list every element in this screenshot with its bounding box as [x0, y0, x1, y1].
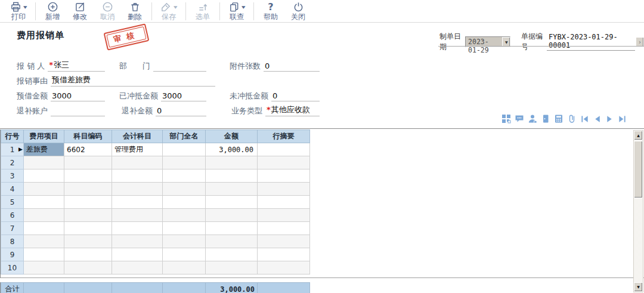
col-account-code[interactable]: 科目编码: [64, 130, 112, 143]
expense-item-cell[interactable]: 差旅费: [24, 143, 64, 156]
department-cell[interactable]: [163, 143, 206, 156]
row-number-cell[interactable]: 2: [1, 156, 24, 169]
line-memo-cell[interactable]: [258, 261, 310, 275]
row-number-cell[interactable]: 3: [1, 169, 24, 183]
account-name-cell[interactable]: [112, 209, 163, 222]
print-button[interactable]: ▼ 打印: [5, 1, 32, 21]
amount-cell[interactable]: [206, 156, 258, 169]
account-code-cell[interactable]: [64, 169, 112, 183]
scroll-up-icon[interactable]: ▲: [634, 131, 643, 140]
calculator-icon[interactable]: [554, 114, 564, 124]
account-code-cell[interactable]: [64, 183, 112, 196]
panel-icon[interactable]: [541, 114, 550, 124]
expense-item-cell[interactable]: [24, 183, 64, 196]
department-cell[interactable]: [163, 222, 206, 235]
chevron-down-icon[interactable]: ▼: [23, 5, 27, 10]
line-memo-cell[interactable]: [258, 156, 310, 169]
account-name-cell[interactable]: [112, 248, 163, 261]
delete-button[interactable]: 删除: [121, 1, 148, 21]
reimburser-input[interactable]: *张三: [48, 60, 105, 72]
account-code-cell[interactable]: [64, 222, 112, 235]
account-name-cell[interactable]: [112, 169, 163, 183]
amount-cell[interactable]: [206, 248, 258, 261]
row-number-cell[interactable]: 8: [1, 235, 24, 248]
account-name-cell[interactable]: 管理费用: [112, 143, 163, 156]
line-memo-cell[interactable]: [258, 183, 310, 196]
col-line-memo[interactable]: 行摘要: [258, 130, 310, 143]
department-input[interactable]: [153, 62, 206, 72]
new-button[interactable]: 新增: [39, 1, 66, 21]
row-number-cell[interactable]: 6: [1, 209, 24, 222]
expense-item-cell[interactable]: [24, 209, 64, 222]
refund-amount-input[interactable]: 0: [156, 106, 206, 116]
account-code-cell[interactable]: 6602: [64, 143, 112, 156]
row-number-cell[interactable]: 7: [1, 222, 24, 235]
department-cell[interactable]: [163, 261, 206, 275]
close-button[interactable]: 关闭: [284, 1, 312, 21]
account-name-cell[interactable]: [112, 222, 163, 235]
row-number-cell[interactable]: 5: [1, 196, 24, 209]
account-name-cell[interactable]: [112, 183, 163, 196]
col-expense-item[interactable]: 费用项目: [24, 130, 64, 143]
amount-cell[interactable]: [206, 196, 258, 209]
line-memo-cell[interactable]: [258, 248, 310, 261]
expense-item-cell[interactable]: [24, 222, 64, 235]
amount-cell[interactable]: [206, 261, 258, 275]
advance-amount-input[interactable]: 3000: [51, 91, 105, 101]
refund-account-input[interactable]: [51, 107, 105, 116]
col-department[interactable]: 部门全名: [163, 130, 206, 143]
expense-item-cell[interactable]: [24, 235, 64, 248]
card-view-icon[interactable]: [501, 114, 511, 124]
account-name-cell[interactable]: [112, 261, 163, 275]
amount-cell[interactable]: [206, 209, 258, 222]
account-name-cell[interactable]: [112, 196, 163, 209]
department-cell[interactable]: [163, 196, 206, 209]
attachment-icon[interactable]: [567, 114, 577, 124]
vertical-scrollbar[interactable]: ▲ ▼: [633, 130, 643, 292]
department-cell[interactable]: [163, 248, 206, 261]
col-row-no[interactable]: 行号: [1, 130, 24, 143]
expense-item-cell[interactable]: [24, 248, 64, 261]
account-code-cell[interactable]: [64, 196, 112, 209]
first-row-icon[interactable]: [580, 115, 589, 124]
date-dropdown-icon[interactable]: ▼: [502, 37, 510, 47]
docno-field[interactable]: FYBX-2023-01-29-00001: [547, 33, 635, 51]
docno-lookup-icon[interactable]: ›: [636, 37, 644, 47]
department-cell[interactable]: [163, 235, 206, 248]
row-number-cell[interactable]: 10: [1, 261, 24, 275]
amount-cell[interactable]: [206, 183, 258, 196]
amount-cell[interactable]: [206, 169, 258, 183]
expense-item-cell[interactable]: [24, 196, 64, 209]
last-row-icon[interactable]: [618, 115, 627, 124]
linked-query-button[interactable]: ▼ 联查: [223, 1, 250, 21]
scrollbar-thumb[interactable]: [634, 141, 643, 198]
account-code-cell[interactable]: [64, 156, 112, 169]
row-number-cell[interactable]: 9: [1, 248, 24, 261]
department-cell[interactable]: [163, 169, 206, 183]
department-cell[interactable]: [163, 209, 206, 222]
reason-input[interactable]: 预借差旅费: [51, 75, 215, 87]
row-number-cell[interactable]: 1▶: [1, 143, 24, 156]
account-code-cell[interactable]: [64, 261, 112, 275]
account-name-cell[interactable]: [112, 235, 163, 248]
amount-cell[interactable]: [206, 222, 258, 235]
business-type-input[interactable]: *其他应收款: [265, 104, 320, 116]
department-cell[interactable]: [163, 183, 206, 196]
line-memo-cell[interactable]: [258, 169, 310, 183]
account-code-cell[interactable]: [64, 209, 112, 222]
amount-cell[interactable]: 3,000.00: [206, 143, 258, 156]
line-memo-cell[interactable]: [258, 196, 310, 209]
line-memo-cell[interactable]: [258, 143, 310, 156]
line-memo-cell[interactable]: [258, 209, 310, 222]
modify-button[interactable]: 修改: [66, 1, 94, 21]
approver-icon[interactable]: [528, 114, 537, 124]
attachments-input[interactable]: 0: [264, 61, 320, 72]
prev-row-icon[interactable]: [593, 115, 602, 124]
expense-item-cell[interactable]: [24, 156, 64, 169]
comment-icon[interactable]: [515, 114, 524, 124]
row-number-cell[interactable]: 4: [1, 183, 24, 196]
unoffset-amount-input[interactable]: 0: [271, 91, 320, 101]
line-memo-cell[interactable]: [258, 222, 310, 235]
line-memo-cell[interactable]: [258, 235, 310, 248]
amount-cell[interactable]: [206, 235, 258, 248]
